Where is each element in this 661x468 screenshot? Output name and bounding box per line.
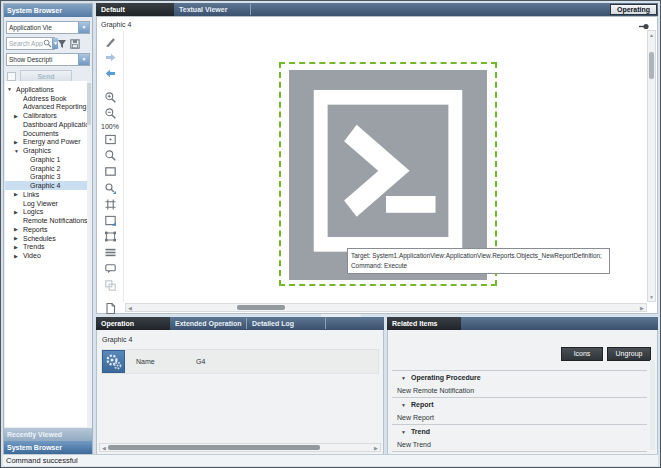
related-group-operating-procedure[interactable]: ▼Operating Procedure xyxy=(392,370,647,384)
expand-arrow-icon[interactable]: ▼ xyxy=(14,148,23,154)
comment-bubble-icon[interactable] xyxy=(103,262,118,275)
property-row[interactable]: Name G4 xyxy=(101,349,379,374)
tab-detailed-log[interactable]: Detailed Log xyxy=(247,317,325,330)
gear-icon[interactable] xyxy=(102,350,125,373)
operation-horizontal-scrollbar[interactable]: ◀ ▶ xyxy=(99,443,381,452)
related-item-new-report[interactable]: New Report xyxy=(392,411,647,424)
recently-viewed-bar[interactable]: Recently Viewed xyxy=(4,428,92,441)
pin-icon[interactable] xyxy=(639,23,649,30)
search-input[interactable] xyxy=(7,38,43,49)
tree-item-log-viewer[interactable]: Log Viewer xyxy=(5,199,91,208)
tree-item-reports[interactable]: ▶Reports xyxy=(5,225,91,234)
tree-item-links[interactable]: ▶Links xyxy=(5,190,91,199)
tree-item-graphic-2[interactable]: Graphic 2 xyxy=(5,164,91,173)
scroll-thumb[interactable] xyxy=(649,52,654,79)
tree-item-address-book[interactable]: Address Book xyxy=(5,94,91,103)
tab-operation[interactable]: Operation xyxy=(96,317,170,330)
chevron-down-icon[interactable]: ▼ xyxy=(78,54,89,65)
collapse-arrow-icon[interactable]: ▼ xyxy=(401,429,406,435)
related-list-end xyxy=(392,451,647,452)
tree-item-label: Dashboard Application xyxy=(23,121,91,128)
send-checkbox[interactable] xyxy=(7,72,16,81)
expand-arrow-icon[interactable]: ▶ xyxy=(14,253,23,259)
group-objects-icon[interactable] xyxy=(103,279,118,292)
zoom-out-icon[interactable] xyxy=(103,107,118,120)
expand-arrow-icon[interactable]: ▶ xyxy=(14,139,23,145)
frame-handles-icon[interactable] xyxy=(103,230,118,243)
tab-default[interactable]: Default xyxy=(96,3,174,16)
scroll-right-icon[interactable]: ▶ xyxy=(638,305,646,311)
new-document-icon[interactable] xyxy=(103,302,118,315)
forward-arrow-icon[interactable] xyxy=(103,51,118,64)
related-items-scrollbar[interactable] xyxy=(650,360,655,450)
expand-arrow-icon[interactable]: ▶ xyxy=(14,244,23,250)
tree-item-calibrators[interactable]: ▶Calibrators xyxy=(5,111,91,120)
tree-item-applications[interactable]: ▼Applications xyxy=(5,85,91,94)
tree-item-dashboard-application[interactable]: Dashboard Application xyxy=(5,120,91,129)
expand-arrow-icon[interactable]: ▶ xyxy=(14,226,23,232)
sidebar-controls: Application Vie ▼ ▼ xyxy=(4,18,92,80)
tab-related-items[interactable]: Related Items xyxy=(387,317,461,330)
collapse-arrow-icon[interactable]: ▼ xyxy=(401,375,406,381)
search-box[interactable]: ▼ xyxy=(6,37,55,50)
layers-icon[interactable] xyxy=(103,246,118,259)
zoom-in-icon[interactable] xyxy=(103,91,118,104)
scroll-left-icon[interactable]: ◀ xyxy=(126,305,134,311)
tree-item-remote-notifications[interactable]: Remote Notifications xyxy=(5,216,91,225)
expand-arrow-icon[interactable]: ▶ xyxy=(14,235,23,241)
tree-item-label: Video xyxy=(23,252,41,259)
tree-item-graphic-1[interactable]: Graphic 1 xyxy=(5,155,91,164)
tab-extended-operation[interactable]: Extended Operation xyxy=(170,317,246,330)
pan-tool-icon[interactable] xyxy=(103,214,118,227)
expand-arrow-icon[interactable]: ▶ xyxy=(14,113,23,119)
scroll-up-icon[interactable]: ▲ xyxy=(648,32,655,38)
zoom-fit-icon[interactable] xyxy=(103,133,118,146)
view-selector-dropdown[interactable]: Application Vie ▼ xyxy=(6,21,90,34)
related-group-report[interactable]: ▼Report xyxy=(392,397,647,411)
related-item-new-trend[interactable]: New Trend xyxy=(392,438,647,451)
graphics-canvas[interactable]: Target: System1.ApplicationView:Applicat… xyxy=(125,30,647,302)
related-item-new-remote-notification[interactable]: New Remote Notification xyxy=(392,384,647,397)
tree-item-documents[interactable]: Documents xyxy=(5,129,91,138)
tree-item-graphic-4[interactable]: Graphic 4 xyxy=(5,181,91,190)
tree-item-graphic-3[interactable]: Graphic 3 xyxy=(5,173,91,182)
chevron-down-icon[interactable]: ▼ xyxy=(78,22,89,33)
crop-frame-icon[interactable] xyxy=(103,198,118,211)
scroll-down-icon[interactable]: ▼ xyxy=(648,294,655,300)
tree-item-energy-and-power[interactable]: ▶Energy and Power xyxy=(5,138,91,147)
scroll-thumb[interactable] xyxy=(237,305,285,310)
tree-item-schedules[interactable]: ▶Schedules xyxy=(5,234,91,243)
system-browser-bar[interactable]: System Browser xyxy=(4,441,92,454)
tree-item-trends[interactable]: ▶Trends xyxy=(5,243,91,252)
expand-arrow-icon[interactable]: ▶ xyxy=(14,191,23,197)
magnifier-alt-icon[interactable] xyxy=(103,182,118,195)
related-group-label: Trend xyxy=(411,428,430,435)
zoom-region-icon[interactable] xyxy=(103,165,118,178)
search-dropdown-icon[interactable]: ▼ xyxy=(52,38,58,49)
magnifier-icon[interactable] xyxy=(103,149,118,162)
edit-pencil-icon[interactable] xyxy=(103,35,118,48)
back-arrow-icon[interactable] xyxy=(103,67,118,80)
expand-arrow-icon[interactable]: ▼ xyxy=(7,86,16,92)
tree-scrollbar[interactable] xyxy=(87,81,91,427)
scroll-left-icon[interactable]: ◀ xyxy=(100,445,108,451)
related-group-trend[interactable]: ▼Trend xyxy=(392,424,647,438)
scroll-right-icon[interactable]: ▶ xyxy=(372,445,380,451)
save-icon[interactable] xyxy=(69,39,81,49)
tree-item-label: Graphic 2 xyxy=(30,165,60,172)
scroll-thumb[interactable] xyxy=(108,445,320,450)
tab-textual-viewer[interactable]: Textual Viewer xyxy=(174,3,250,16)
app-window: System Browser Application Vie ▼ ▼ xyxy=(0,0,661,468)
canvas-horizontal-scrollbar[interactable]: ◀ ▶ xyxy=(125,303,647,312)
icons-button[interactable]: Icons xyxy=(561,347,603,361)
description-selector-dropdown[interactable]: Show Descripti ▼ xyxy=(6,53,90,66)
canvas-vertical-scrollbar[interactable]: ▲ ▼ xyxy=(647,30,656,302)
collapse-arrow-icon[interactable]: ▼ xyxy=(401,402,406,408)
operating-mode-button[interactable]: Operating xyxy=(610,4,657,15)
tree-item-advanced-reporting[interactable]: Advanced Reporting xyxy=(5,103,91,112)
ungroup-button[interactable]: Ungroup xyxy=(607,347,651,361)
tree-item-graphics[interactable]: ▼Graphics xyxy=(5,146,91,155)
tree-item-logics[interactable]: ▶Logics xyxy=(5,208,91,217)
expand-arrow-icon[interactable]: ▶ xyxy=(14,209,23,215)
tree-item-video[interactable]: ▶Video xyxy=(5,251,91,260)
